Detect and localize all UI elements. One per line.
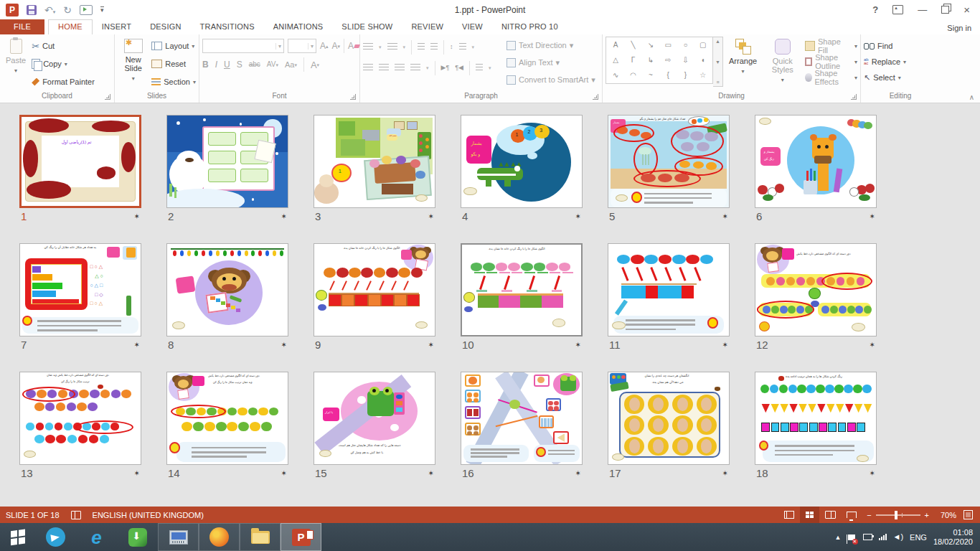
slide-thumbnail-3[interactable]: 1بسم الله — [314, 115, 435, 208]
slide-thumbnail-14[interactable]: دور دسته ای که الگوی مشخص دارد،خط بکشوبه… — [166, 372, 288, 465]
slide-thumbnail-11[interactable] — [608, 243, 730, 336]
shape-glyph-5[interactable]: ▢ — [699, 42, 706, 49]
shape-glyph-17[interactable]: ☆ — [699, 72, 706, 79]
change-case-button[interactable]: Aa▾ — [285, 61, 297, 69]
paragraph-dialog-launcher[interactable] — [593, 94, 598, 100]
normal-view-button[interactable] — [779, 507, 798, 523]
new-slide-button[interactable]: New Slide▾ — [118, 37, 149, 85]
slide-thumbnail-10[interactable]: الگوی شکل ها را با رنگ کردن خانه ها نشان… — [461, 243, 583, 336]
select-button[interactable]: ↖ Select▾ — [864, 70, 906, 85]
undo-icon[interactable]: ↶▾ — [44, 5, 55, 15]
slide-thumbnail-15[interactable]: با ابزاردسته هایی را که تعداد شکل هایشان… — [314, 372, 435, 465]
paste-button[interactable]: Paste▾ — [3, 37, 29, 77]
tab-nitro-pro-10[interactable]: NITRO PRO 10 — [492, 19, 567, 34]
italic-button[interactable]: I — [215, 60, 217, 69]
bold-button[interactable]: B — [202, 60, 209, 69]
tab-slide-show[interactable]: SLIDE SHOW — [332, 19, 402, 34]
reading-view-button[interactable] — [821, 507, 840, 523]
network-signal-icon[interactable] — [879, 534, 887, 540]
zoom-slider[interactable] — [876, 514, 920, 516]
slide-thumbnail-9[interactable]: الگوی شکل ها را با رنگ کردن خانه ها نشان… — [314, 243, 435, 336]
columns-icon[interactable] — [476, 64, 483, 72]
font-color-button[interactable]: A▾ — [311, 60, 319, 70]
tab-animations[interactable]: ANIMATIONS — [264, 19, 333, 34]
shapes-gallery-scrollbar[interactable]: ▲▼≡ — [713, 37, 723, 87]
cut-button[interactable]: ✂ Cut — [32, 38, 95, 54]
taskbar-remote-keyboard[interactable] — [158, 523, 199, 551]
language-status[interactable]: ENGLISH (UNITED KINGDOM) — [93, 511, 204, 519]
quick-styles-button[interactable]: Quick Styles▾ — [763, 37, 802, 87]
restore-icon[interactable] — [941, 6, 949, 14]
zoom-level[interactable]: 70% — [935, 511, 956, 519]
replace-button[interactable]: abac Replace▾ — [864, 54, 906, 70]
shape-glyph-11[interactable]: ◖ — [701, 57, 705, 64]
strikethrough-button[interactable]: abc — [249, 61, 260, 68]
fit-to-window-icon[interactable] — [963, 510, 973, 519]
taskbar-idm[interactable] — [117, 523, 158, 551]
ribbon-display-options-icon[interactable] — [892, 5, 903, 14]
help-icon[interactable]: ? — [872, 5, 878, 14]
shape-glyph-0[interactable]: A — [613, 42, 618, 49]
volume-icon[interactable]: ◄) — [893, 533, 904, 541]
line-spacing-icon[interactable]: ↕ — [450, 44, 453, 50]
slide-thumbnail-17[interactable]: انگشتان هر دست چه عددی را نشانمی دهد؟آن … — [608, 372, 730, 465]
left-to-right-icon[interactable]: ▶¶ — [441, 65, 450, 71]
shape-glyph-1[interactable]: ╲ — [631, 42, 635, 49]
slide-thumbnail-13[interactable]: دور دسته ای که الگوی مشخص دارد،خط بکش وب… — [19, 372, 141, 465]
align-text-button[interactable]: Align Text▾ — [507, 58, 595, 67]
slide-count-status[interactable]: SLIDE 1 OF 18 — [6, 511, 60, 519]
start-button[interactable] — [0, 523, 35, 551]
tray-expand-icon[interactable]: ▲ — [835, 534, 842, 541]
zoom-slider-thumb[interactable] — [895, 511, 897, 519]
underline-button[interactable]: U — [224, 60, 230, 69]
shape-glyph-3[interactable]: ▭ — [664, 42, 671, 49]
spell-check-icon[interactable] — [71, 511, 81, 519]
redo-icon[interactable]: ↻ — [63, 5, 72, 15]
font-size-select[interactable]: ▾ — [288, 39, 316, 53]
section-button[interactable]: Section▾ — [151, 74, 196, 90]
shape-glyph-15[interactable]: { — [666, 72, 669, 79]
taskbar-internet-explorer[interactable]: e — [76, 523, 117, 551]
convert-to-smartart-button[interactable]: Convert to SmartArt▾ — [507, 75, 595, 85]
shape-glyph-4[interactable]: ○ — [683, 42, 687, 49]
zoom-out-button[interactable]: − — [867, 511, 871, 519]
drawing-dialog-launcher[interactable] — [851, 94, 857, 100]
shape-glyph-14[interactable]: ~ — [649, 72, 653, 79]
justify-icon[interactable] — [410, 64, 420, 72]
minimize-icon[interactable]: — — [918, 5, 927, 14]
shape-glyph-9[interactable]: ⇨ — [665, 57, 671, 64]
text-direction-button[interactable]: Text Direction▾ — [507, 41, 595, 50]
increase-indent-icon[interactable] — [430, 43, 438, 51]
start-from-beginning-icon[interactable] — [80, 5, 93, 15]
copy-button[interactable]: Copy▾ — [32, 56, 95, 72]
tab-transitions[interactable]: TRANSITIONS — [191, 19, 264, 34]
numbering-icon[interactable] — [387, 43, 397, 51]
shape-glyph-8[interactable]: ↳ — [648, 57, 654, 64]
text-shadow-button[interactable]: S — [237, 60, 242, 69]
right-to-left-icon[interactable]: ¶◀ — [455, 65, 463, 71]
slide-thumbnail-8[interactable] — [166, 243, 288, 336]
slide-thumbnail-4[interactable]: 123بشمارو بگو — [461, 115, 583, 208]
grow-font-button[interactable]: A▴ — [320, 42, 329, 50]
slide-thumbnail-7[interactable]: به تعداد هر شکل خانه مقابل آن را رنگ کن△… — [19, 243, 141, 336]
clipboard-dialog-launcher[interactable] — [105, 94, 110, 100]
shape-glyph-10[interactable]: ⇩ — [682, 57, 688, 64]
language-indicator[interactable]: ENG — [910, 533, 927, 542]
arrange-button[interactable]: Arrange▾ — [726, 37, 760, 78]
reset-button[interactable]: Reset — [151, 56, 196, 72]
taskbar-file-explorer[interactable] — [240, 523, 281, 551]
slide-thumbnail-12[interactable]: دور دسته ای که الگوی مشخص دارد،خط بکش — [755, 243, 877, 336]
shapes-gallery[interactable]: A╲↘▭○▢△Γ↳⇨⇩◖∿◠~{}☆ — [606, 37, 713, 84]
slide-show-button[interactable] — [842, 507, 861, 523]
shrink-font-button[interactable]: A▾ — [332, 42, 341, 50]
shape-outline-button[interactable]: Shape Outline▾ — [805, 54, 857, 70]
slide-thumbnail-16[interactable] — [461, 372, 583, 465]
tab-insert[interactable]: INSERT — [93, 19, 141, 34]
clock[interactable]: 01:08 18/02/2020 — [933, 528, 973, 547]
slide-sorter-view-button[interactable] — [800, 507, 819, 523]
close-icon[interactable]: × — [963, 4, 970, 15]
layout-button[interactable]: Layout▾ — [151, 38, 196, 54]
collapse-ribbon-icon[interactable]: ∧ — [969, 93, 974, 101]
taskbar-firefox[interactable] — [199, 523, 240, 551]
customize-qat-icon[interactable]: ▾ — [100, 6, 104, 13]
